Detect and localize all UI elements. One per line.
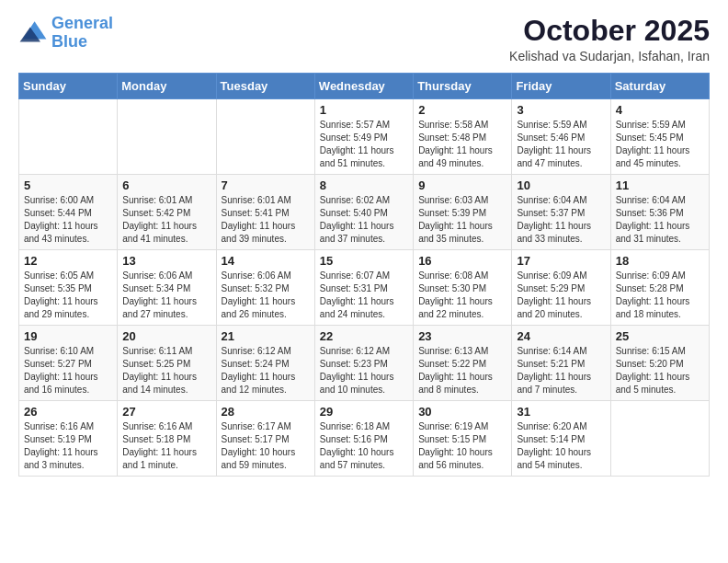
day-number: 4 bbox=[616, 103, 704, 117]
calendar-cell: 27Sunrise: 6:16 AM Sunset: 5:18 PM Dayli… bbox=[118, 401, 216, 477]
day-info: Sunrise: 6:01 AM Sunset: 5:42 PM Dayligh… bbox=[122, 194, 210, 246]
day-info: Sunrise: 6:13 AM Sunset: 5:22 PM Dayligh… bbox=[418, 345, 506, 396]
calendar-cell bbox=[216, 99, 314, 175]
calendar-cell: 10Sunrise: 6:04 AM Sunset: 5:37 PM Dayli… bbox=[512, 175, 610, 250]
day-number: 18 bbox=[616, 254, 704, 268]
calendar-cell: 6Sunrise: 6:01 AM Sunset: 5:42 PM Daylig… bbox=[118, 175, 216, 250]
calendar-cell: 4Sunrise: 5:59 AM Sunset: 5:45 PM Daylig… bbox=[610, 99, 709, 175]
page: General Blue October 2025 Kelishad va Su… bbox=[0, 0, 728, 495]
calendar-cell: 30Sunrise: 6:19 AM Sunset: 5:15 PM Dayli… bbox=[414, 401, 512, 477]
header: General Blue October 2025 Kelishad va Su… bbox=[18, 15, 710, 63]
day-info: Sunrise: 6:16 AM Sunset: 5:19 PM Dayligh… bbox=[24, 420, 112, 472]
calendar-cell: 19Sunrise: 6:10 AM Sunset: 5:27 PM Dayli… bbox=[19, 326, 118, 401]
calendar-cell: 18Sunrise: 6:09 AM Sunset: 5:28 PM Dayli… bbox=[610, 250, 709, 326]
day-number: 3 bbox=[517, 103, 605, 117]
calendar-cell: 29Sunrise: 6:18 AM Sunset: 5:16 PM Dayli… bbox=[314, 401, 413, 477]
day-number: 16 bbox=[418, 254, 506, 268]
calendar-week-3: 12Sunrise: 6:05 AM Sunset: 5:35 PM Dayli… bbox=[19, 250, 710, 326]
day-info: Sunrise: 6:14 AM Sunset: 5:21 PM Dayligh… bbox=[517, 345, 605, 396]
day-info: Sunrise: 6:19 AM Sunset: 5:15 PM Dayligh… bbox=[418, 420, 506, 472]
calendar-cell: 1Sunrise: 5:57 AM Sunset: 5:49 PM Daylig… bbox=[314, 99, 413, 175]
day-info: Sunrise: 6:15 AM Sunset: 5:20 PM Dayligh… bbox=[616, 345, 704, 396]
col-wednesday: Wednesday bbox=[314, 74, 413, 99]
day-number: 6 bbox=[122, 178, 210, 192]
day-number: 20 bbox=[122, 329, 210, 343]
calendar-cell: 5Sunrise: 6:00 AM Sunset: 5:44 PM Daylig… bbox=[19, 175, 118, 250]
calendar-cell: 22Sunrise: 6:12 AM Sunset: 5:23 PM Dayli… bbox=[314, 326, 413, 401]
day-info: Sunrise: 6:08 AM Sunset: 5:30 PM Dayligh… bbox=[418, 270, 506, 321]
day-info: Sunrise: 6:20 AM Sunset: 5:14 PM Dayligh… bbox=[517, 420, 605, 472]
calendar-cell: 8Sunrise: 6:02 AM Sunset: 5:40 PM Daylig… bbox=[314, 175, 413, 250]
day-info: Sunrise: 6:05 AM Sunset: 5:35 PM Dayligh… bbox=[24, 270, 112, 321]
day-number: 11 bbox=[616, 178, 704, 192]
calendar-cell: 31Sunrise: 6:20 AM Sunset: 5:14 PM Dayli… bbox=[512, 401, 610, 477]
day-info: Sunrise: 6:11 AM Sunset: 5:25 PM Dayligh… bbox=[122, 345, 210, 396]
calendar-table: Sunday Monday Tuesday Wednesday Thursday… bbox=[18, 73, 710, 477]
day-number: 26 bbox=[24, 405, 112, 419]
day-info: Sunrise: 5:57 AM Sunset: 5:49 PM Dayligh… bbox=[320, 119, 408, 170]
day-info: Sunrise: 6:09 AM Sunset: 5:28 PM Dayligh… bbox=[616, 270, 704, 321]
col-sunday: Sunday bbox=[19, 74, 118, 99]
day-number: 7 bbox=[222, 178, 310, 192]
day-number: 31 bbox=[517, 405, 605, 419]
day-info: Sunrise: 6:00 AM Sunset: 5:44 PM Dayligh… bbox=[24, 194, 112, 246]
calendar-cell: 21Sunrise: 6:12 AM Sunset: 5:24 PM Dayli… bbox=[216, 326, 314, 401]
day-info: Sunrise: 6:17 AM Sunset: 5:17 PM Dayligh… bbox=[222, 420, 310, 472]
calendar-cell: 9Sunrise: 6:03 AM Sunset: 5:39 PM Daylig… bbox=[414, 175, 512, 250]
day-number: 24 bbox=[517, 329, 605, 343]
col-monday: Monday bbox=[118, 74, 216, 99]
calendar-cell: 28Sunrise: 6:17 AM Sunset: 5:17 PM Dayli… bbox=[216, 401, 314, 477]
title-block: October 2025 Kelishad va Sudarjan, Isfah… bbox=[509, 15, 710, 63]
day-number: 22 bbox=[320, 329, 408, 343]
calendar-cell: 14Sunrise: 6:06 AM Sunset: 5:32 PM Dayli… bbox=[216, 250, 314, 326]
day-number: 12 bbox=[24, 254, 112, 268]
day-info: Sunrise: 6:06 AM Sunset: 5:34 PM Dayligh… bbox=[122, 270, 210, 321]
logo-icon bbox=[18, 18, 48, 48]
day-number: 8 bbox=[320, 178, 408, 192]
calendar-cell bbox=[19, 99, 118, 175]
day-info: Sunrise: 6:04 AM Sunset: 5:36 PM Dayligh… bbox=[616, 194, 704, 246]
day-number: 19 bbox=[24, 329, 112, 343]
day-info: Sunrise: 5:59 AM Sunset: 5:45 PM Dayligh… bbox=[616, 119, 704, 170]
day-number: 10 bbox=[517, 178, 605, 192]
calendar-cell: 11Sunrise: 6:04 AM Sunset: 5:36 PM Dayli… bbox=[610, 175, 709, 250]
calendar-cell: 20Sunrise: 6:11 AM Sunset: 5:25 PM Dayli… bbox=[118, 326, 216, 401]
day-number: 14 bbox=[222, 254, 310, 268]
day-number: 5 bbox=[24, 178, 112, 192]
day-number: 1 bbox=[320, 103, 408, 117]
day-number: 28 bbox=[222, 405, 310, 419]
day-number: 25 bbox=[616, 329, 704, 343]
day-info: Sunrise: 6:07 AM Sunset: 5:31 PM Dayligh… bbox=[320, 270, 408, 321]
calendar-header-row: Sunday Monday Tuesday Wednesday Thursday… bbox=[19, 74, 710, 99]
calendar-cell bbox=[118, 99, 216, 175]
day-info: Sunrise: 6:04 AM Sunset: 5:37 PM Dayligh… bbox=[517, 194, 605, 246]
location-subtitle: Kelishad va Sudarjan, Isfahan, Iran bbox=[509, 49, 710, 63]
day-number: 23 bbox=[418, 329, 506, 343]
logo-line2: Blue bbox=[51, 32, 87, 51]
day-number: 15 bbox=[320, 254, 408, 268]
day-info: Sunrise: 6:10 AM Sunset: 5:27 PM Dayligh… bbox=[24, 345, 112, 396]
day-info: Sunrise: 6:12 AM Sunset: 5:24 PM Dayligh… bbox=[222, 345, 310, 396]
calendar-week-4: 19Sunrise: 6:10 AM Sunset: 5:27 PM Dayli… bbox=[19, 326, 710, 401]
calendar-cell: 7Sunrise: 6:01 AM Sunset: 5:41 PM Daylig… bbox=[216, 175, 314, 250]
day-info: Sunrise: 6:09 AM Sunset: 5:29 PM Dayligh… bbox=[517, 270, 605, 321]
day-info: Sunrise: 6:03 AM Sunset: 5:39 PM Dayligh… bbox=[418, 194, 506, 246]
calendar-cell: 16Sunrise: 6:08 AM Sunset: 5:30 PM Dayli… bbox=[414, 250, 512, 326]
day-number: 21 bbox=[222, 329, 310, 343]
calendar-cell: 3Sunrise: 5:59 AM Sunset: 5:46 PM Daylig… bbox=[512, 99, 610, 175]
calendar-cell: 2Sunrise: 5:58 AM Sunset: 5:48 PM Daylig… bbox=[414, 99, 512, 175]
day-number: 29 bbox=[320, 405, 408, 419]
day-number: 27 bbox=[122, 405, 210, 419]
day-number: 13 bbox=[122, 254, 210, 268]
day-info: Sunrise: 5:59 AM Sunset: 5:46 PM Dayligh… bbox=[517, 119, 605, 170]
calendar-week-2: 5Sunrise: 6:00 AM Sunset: 5:44 PM Daylig… bbox=[19, 175, 710, 250]
calendar-cell: 26Sunrise: 6:16 AM Sunset: 5:19 PM Dayli… bbox=[19, 401, 118, 477]
day-info: Sunrise: 6:18 AM Sunset: 5:16 PM Dayligh… bbox=[320, 420, 408, 472]
calendar-cell: 24Sunrise: 6:14 AM Sunset: 5:21 PM Dayli… bbox=[512, 326, 610, 401]
day-number: 2 bbox=[418, 103, 506, 117]
day-info: Sunrise: 6:02 AM Sunset: 5:40 PM Dayligh… bbox=[320, 194, 408, 246]
day-info: Sunrise: 6:06 AM Sunset: 5:32 PM Dayligh… bbox=[222, 270, 310, 321]
month-title: October 2025 bbox=[509, 15, 710, 47]
day-info: Sunrise: 6:16 AM Sunset: 5:18 PM Dayligh… bbox=[122, 420, 210, 472]
day-number: 30 bbox=[418, 405, 506, 419]
